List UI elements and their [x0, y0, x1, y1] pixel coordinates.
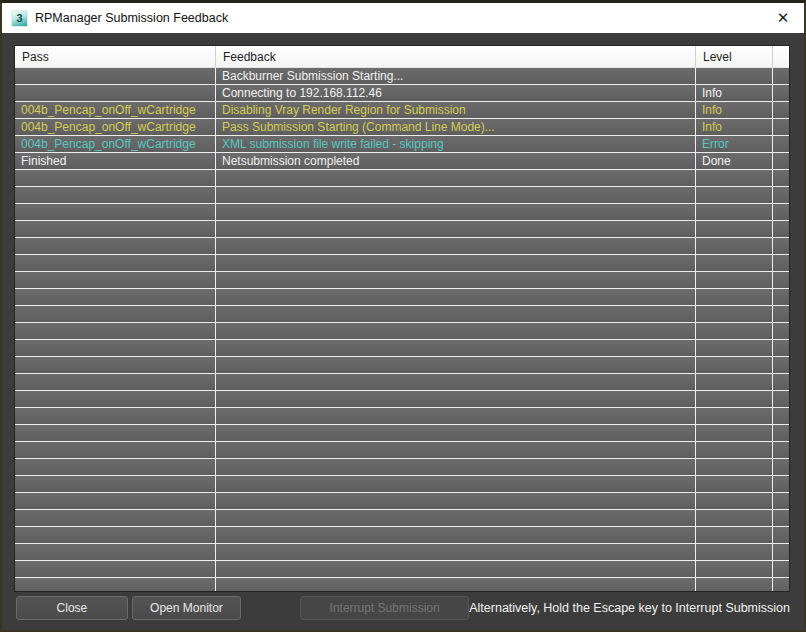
cell-pass: [15, 255, 216, 271]
cell-extra: [773, 476, 789, 492]
cell-pass: Finished: [15, 153, 216, 169]
cell-feedback: [216, 340, 696, 356]
table-row[interactable]: Connecting to 192.168.112.46 Info: [15, 85, 789, 102]
table-row[interactable]: [15, 187, 789, 204]
table-row[interactable]: [15, 442, 789, 459]
table-row[interactable]: [15, 561, 789, 578]
cell-level: [696, 272, 773, 288]
cell-pass: [15, 68, 216, 84]
cell-extra: [773, 425, 789, 441]
3dsmax-app-icon: 3: [12, 11, 27, 26]
cell-level: [696, 255, 773, 271]
cell-feedback: [216, 170, 696, 186]
cell-feedback: [216, 306, 696, 322]
table-row[interactable]: [15, 374, 789, 391]
cell-pass: [15, 442, 216, 458]
table-row[interactable]: [15, 357, 789, 374]
cell-pass: [15, 187, 216, 203]
cell-level: [696, 391, 773, 407]
cell-level: [696, 170, 773, 186]
table-row[interactable]: [15, 425, 789, 442]
table-row[interactable]: [15, 255, 789, 272]
table-row[interactable]: [15, 170, 789, 187]
table-row[interactable]: [15, 204, 789, 221]
cell-extra: [773, 391, 789, 407]
cell-feedback: [216, 544, 696, 560]
dialog-body: Pass Feedback Level Backburner Submissio…: [2, 33, 804, 630]
cell-level: [696, 510, 773, 526]
cell-level: [696, 544, 773, 560]
close-button[interactable]: Close: [16, 596, 128, 620]
cell-pass: [15, 221, 216, 237]
cell-level: Done: [696, 153, 773, 169]
table-row[interactable]: [15, 272, 789, 289]
cell-extra: [773, 68, 789, 84]
table-row[interactable]: [15, 289, 789, 306]
open-monitor-button[interactable]: Open Monitor: [132, 596, 241, 620]
cell-level: [696, 527, 773, 543]
cell-extra: [773, 408, 789, 424]
cell-pass: [15, 323, 216, 339]
cell-feedback: Backburner Submission Starting...: [216, 68, 696, 84]
table-row[interactable]: [15, 544, 789, 561]
table-row[interactable]: [15, 238, 789, 255]
cell-level: [696, 357, 773, 373]
column-header-level[interactable]: Level: [696, 46, 773, 67]
cell-level: Error: [696, 136, 773, 152]
cell-pass: [15, 425, 216, 441]
column-header-feedback[interactable]: Feedback: [216, 46, 696, 67]
cell-extra: [773, 544, 789, 560]
table-row[interactable]: [15, 408, 789, 425]
cell-pass: [15, 340, 216, 356]
table-row[interactable]: [15, 578, 789, 591]
table-row[interactable]: [15, 323, 789, 340]
cell-extra: [773, 102, 789, 118]
table-row[interactable]: [15, 459, 789, 476]
table-row[interactable]: [15, 306, 789, 323]
cell-level: [696, 459, 773, 475]
cell-extra: [773, 323, 789, 339]
table-row[interactable]: [15, 340, 789, 357]
cell-level: [696, 476, 773, 492]
cell-level: Info: [696, 119, 773, 135]
cell-feedback: [216, 459, 696, 475]
cell-extra: [773, 306, 789, 322]
cell-feedback: [216, 204, 696, 220]
table-row[interactable]: 004b_Pencap_onOff_wCartridge Pass Submis…: [15, 119, 789, 136]
cell-pass: 004b_Pencap_onOff_wCartridge: [15, 136, 216, 152]
cell-extra: [773, 136, 789, 152]
interrupt-submission-button[interactable]: Interrupt Submission: [300, 596, 469, 620]
cell-pass: [15, 493, 216, 509]
cell-feedback: [216, 493, 696, 509]
cell-feedback: [216, 408, 696, 424]
table-row[interactable]: [15, 493, 789, 510]
feedback-table: Pass Feedback Level Backburner Submissio…: [14, 45, 790, 592]
close-window-icon[interactable]: ✕: [762, 3, 804, 33]
cell-pass: [15, 459, 216, 475]
table-row[interactable]: [15, 527, 789, 544]
table-row[interactable]: Finished Netsubmission completed Done: [15, 153, 789, 170]
table-row[interactable]: 004b_Pencap_onOff_wCartridge Disabling V…: [15, 102, 789, 119]
cell-level: [696, 561, 773, 577]
cell-extra: [773, 221, 789, 237]
table-row[interactable]: [15, 510, 789, 527]
cell-feedback: [216, 289, 696, 305]
cell-pass: [15, 527, 216, 543]
cell-feedback: [216, 425, 696, 441]
cell-pass: [15, 544, 216, 560]
cell-level: [696, 578, 773, 591]
cell-pass: [15, 272, 216, 288]
column-header-extra: [773, 46, 789, 67]
table-row[interactable]: 004b_Pencap_onOff_wCartridge XML submiss…: [15, 136, 789, 153]
table-row[interactable]: [15, 221, 789, 238]
table-row[interactable]: [15, 391, 789, 408]
cell-feedback: [216, 578, 696, 591]
cell-pass: 004b_Pencap_onOff_wCartridge: [15, 119, 216, 135]
cell-feedback: [216, 187, 696, 203]
cell-feedback: [216, 476, 696, 492]
column-header-pass[interactable]: Pass: [15, 46, 216, 67]
table-row[interactable]: [15, 476, 789, 493]
cell-extra: [773, 340, 789, 356]
table-row[interactable]: Backburner Submission Starting...: [15, 68, 789, 85]
cell-feedback: [216, 221, 696, 237]
